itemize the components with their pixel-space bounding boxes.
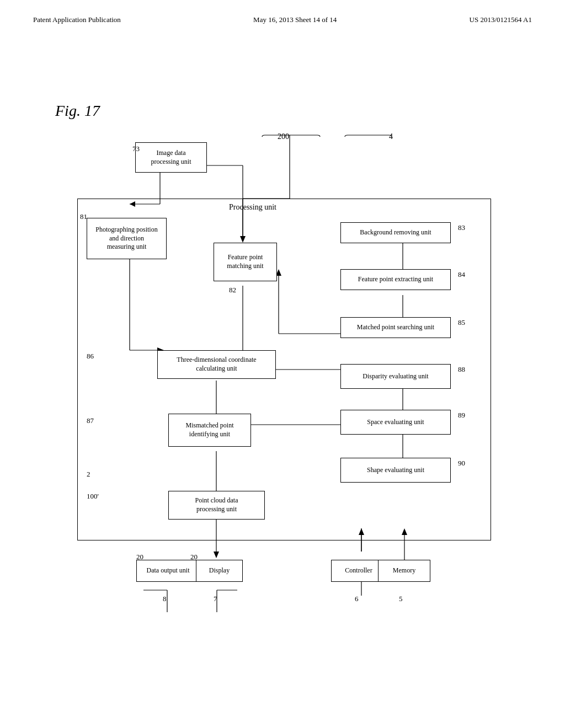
ref-4: 4 xyxy=(389,132,393,141)
feature-point-extracting-box: Feature point extracting unit xyxy=(340,269,451,290)
ref-82: 82 xyxy=(229,286,236,295)
mismatched-point-box: Mismatched point identifying unit xyxy=(168,414,251,447)
photographing-box: Photographing position and direction mea… xyxy=(87,218,167,259)
ref-2: 2 xyxy=(87,470,90,479)
ref-200: 200 xyxy=(278,132,289,141)
ref-84: 84 xyxy=(458,270,465,279)
data-output-box: Data output unit xyxy=(136,560,200,582)
ref-6: 6 xyxy=(355,595,359,603)
header-left: Patent Application Publication xyxy=(33,15,121,24)
header-right: US 2013/0121564 A1 xyxy=(470,15,532,24)
ref-85: 85 xyxy=(458,318,465,327)
page-header: Patent Application Publication May 16, 2… xyxy=(0,0,565,24)
ref-100prime: 100' xyxy=(87,492,99,501)
matched-point-searching-box: Matched point searching unit xyxy=(340,317,451,338)
processing-unit-label: Processing unit xyxy=(229,203,276,212)
svg-marker-34 xyxy=(214,552,219,558)
ref-88: 88 xyxy=(458,365,465,374)
feature-point-matching-box: Feature point matching unit xyxy=(214,243,277,281)
fig-title: Fig. 17 xyxy=(55,102,100,120)
ref-7: 7 xyxy=(214,595,217,603)
image-data-box: Image data processing unit xyxy=(135,142,207,173)
ref-73: 73 xyxy=(132,144,140,153)
ref-90: 90 xyxy=(458,459,465,468)
ref-86: 86 xyxy=(87,352,94,361)
ref-8: 8 xyxy=(163,595,167,603)
ref-89: 89 xyxy=(458,411,465,420)
background-removing-box: Background removing unit xyxy=(340,222,451,243)
shape-evaluating-box: Shape evaluating unit xyxy=(340,458,451,483)
display-box: Display xyxy=(196,560,243,582)
point-cloud-box: Point cloud data processing unit xyxy=(168,491,265,520)
ref-83: 83 xyxy=(458,223,465,232)
ref-5: 5 xyxy=(399,595,403,603)
header-center: May 16, 2013 Sheet 14 of 14 xyxy=(253,15,337,24)
disparity-evaluating-box: Disparity evaluating unit xyxy=(340,364,451,389)
ref-87: 87 xyxy=(87,416,94,425)
memory-box: Memory xyxy=(378,560,430,582)
three-dimensional-box: Three-dimensional coordinate calculating… xyxy=(157,350,276,379)
space-evaluating-box: Space evaluating unit xyxy=(340,410,451,435)
